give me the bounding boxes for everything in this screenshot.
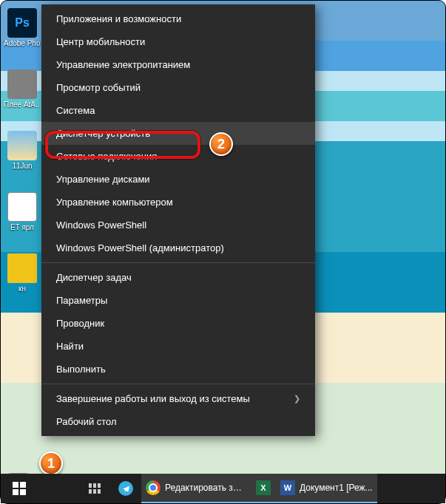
excel-icon: X bbox=[256, 480, 271, 495]
menu-divider bbox=[41, 262, 315, 263]
desktop-screen: Ps Adobe Phot... Плее AtA... 11Jun ET яр… bbox=[0, 0, 446, 504]
photoshop-icon: Ps bbox=[7, 8, 37, 38]
menu-item-network-connections[interactable]: Сетевые подключения bbox=[41, 145, 315, 168]
telegram-icon bbox=[118, 481, 133, 496]
image-icon bbox=[7, 131, 37, 160]
menu-item-computer-management[interactable]: Управление компьютером bbox=[41, 191, 315, 214]
desktop-icon-folder[interactable]: кн bbox=[5, 253, 39, 293]
desktop-icons-column: Ps Adobe Phot... Плее AtA... 11Jun ET яр… bbox=[5, 8, 44, 293]
menu-item-power-options[interactable]: Управление электропитанием bbox=[41, 53, 315, 76]
desktop-icon-label: Плее AtA... bbox=[4, 101, 41, 109]
menu-item-explorer[interactable]: Проводник bbox=[41, 312, 315, 335]
menu-item-run[interactable]: Выполнить bbox=[41, 358, 315, 381]
taskbar: Редактировать зап... X W Документ1 [Реж.… bbox=[1, 474, 445, 503]
menu-item-device-manager[interactable]: Диспетчер устройств bbox=[41, 122, 315, 145]
taskbar-app-word[interactable]: W Документ1 [Реж... bbox=[276, 474, 377, 503]
word-icon: W bbox=[280, 480, 295, 495]
menu-item-powershell-admin[interactable]: Windows PowerShell (администратор) bbox=[41, 236, 315, 259]
menu-divider bbox=[41, 384, 315, 384]
taskbar-app-label: Редактировать зап... bbox=[165, 483, 246, 493]
desktop-icon-label: кн bbox=[4, 285, 41, 293]
menu-item-task-manager[interactable]: Диспетчер задач bbox=[41, 266, 315, 289]
desktop-icon-label: ET ярл bbox=[4, 223, 41, 231]
menu-item-settings[interactable]: Параметры bbox=[41, 289, 315, 312]
folder-icon bbox=[7, 253, 37, 283]
taskbar-app-chrome[interactable]: Редактировать зап... bbox=[141, 474, 251, 503]
menu-item-apps-features[interactable]: Приложения и возможности bbox=[41, 7, 315, 30]
desktop-icon-player[interactable]: Плее AtA... bbox=[5, 69, 39, 109]
file-icon bbox=[7, 69, 37, 99]
desktop-icon-label: Adobe Phot... bbox=[4, 39, 41, 47]
desktop-icon-photoshop[interactable]: Ps Adobe Phot... bbox=[5, 8, 39, 47]
task-view-icon bbox=[89, 483, 101, 494]
menu-item-event-viewer[interactable]: Просмотр событий bbox=[41, 76, 315, 99]
taskbar-app-excel[interactable]: X bbox=[251, 474, 276, 503]
shortcut-icon bbox=[7, 192, 37, 222]
menu-item-mobility-center[interactable]: Центр мобильности bbox=[41, 30, 315, 53]
annotation-badge-2: 2 bbox=[209, 132, 233, 156]
task-view-button[interactable] bbox=[79, 474, 110, 503]
menu-item-disk-management[interactable]: Управление дисками bbox=[41, 168, 315, 191]
desktop-icon-shortcut[interactable]: ET ярл bbox=[5, 192, 39, 231]
taskbar-app-telegram[interactable] bbox=[110, 474, 141, 503]
menu-item-powershell[interactable]: Windows PowerShell bbox=[41, 214, 315, 236]
menu-item-search[interactable]: Найти bbox=[41, 335, 315, 358]
winx-context-menu: Приложения и возможности Центр мобильнос… bbox=[41, 4, 315, 436]
annotation-badge-1: 1 bbox=[39, 452, 63, 475]
menu-item-desktop[interactable]: Рабочий стол bbox=[41, 410, 315, 433]
menu-item-shutdown-signout[interactable]: Завершение работы или выход из системы ❯ bbox=[41, 387, 315, 410]
windows-logo-icon bbox=[13, 482, 26, 495]
taskbar-app-label: Документ1 [Реж... bbox=[300, 483, 373, 493]
desktop-icon-image[interactable]: 11Jun bbox=[5, 131, 39, 170]
chrome-icon bbox=[146, 480, 161, 495]
start-button[interactable] bbox=[4, 474, 35, 503]
menu-item-system[interactable]: Система bbox=[41, 99, 315, 122]
desktop-icon-label: 11Jun bbox=[4, 162, 41, 170]
chevron-right-icon: ❯ bbox=[294, 394, 300, 403]
